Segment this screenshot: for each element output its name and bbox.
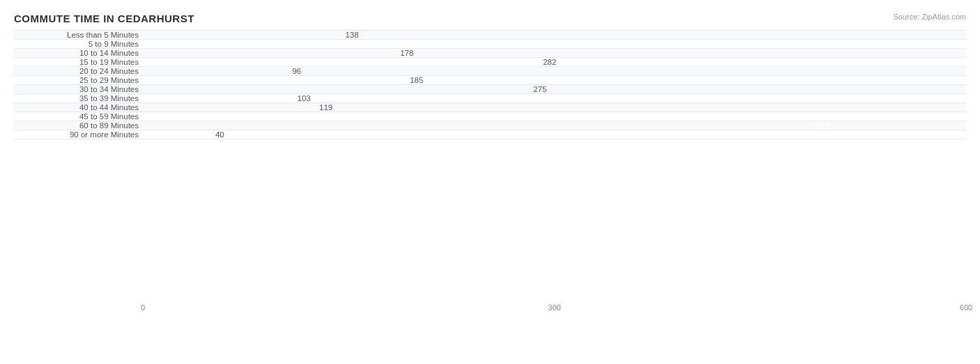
- bar-value: 282: [543, 58, 556, 66]
- bar-label: 25 to 29 Minutes: [14, 76, 143, 84]
- bar-row: Less than 5 Minutes138: [14, 30, 966, 39]
- bar-row: 35 to 39 Minutes103: [14, 93, 966, 103]
- x-tick-label: 300: [548, 303, 560, 312]
- bar-label: 20 to 24 Minutes: [14, 67, 143, 75]
- bar-value: 103: [298, 94, 311, 103]
- bar-value: 275: [533, 85, 546, 93]
- bar-row: 90 or more Minutes40: [14, 130, 966, 139]
- bar-row: 30 to 34 Minutes275: [14, 84, 966, 93]
- bars-section: Less than 5 Minutes1385 to 9 Minutes4071…: [14, 30, 966, 139]
- bar-label: 5 to 9 Minutes: [14, 40, 143, 48]
- bar-row: 25 to 29 Minutes185: [14, 75, 966, 84]
- bar-row: 40 to 44 Minutes119: [14, 103, 966, 112]
- bar-value: 138: [345, 31, 358, 39]
- bar-row: 15 to 19 Minutes282: [14, 57, 966, 66]
- bar-row: 5 to 9 Minutes407: [14, 39, 966, 48]
- bar-row: 20 to 24 Minutes96: [14, 66, 966, 75]
- bar-label: 30 to 34 Minutes: [14, 85, 143, 93]
- bar-label: Less than 5 Minutes: [14, 31, 143, 39]
- x-axis: 0300600: [143, 299, 966, 319]
- bar-value: 178: [400, 49, 413, 57]
- bar-value-inside: 420: [702, 112, 715, 121]
- bar-label: 40 to 44 Minutes: [14, 103, 143, 112]
- bar-value: 96: [292, 67, 301, 75]
- chart-title: COMMUTE TIME IN CEDARHURST: [14, 13, 966, 24]
- bar-value-inside: 503: [816, 121, 829, 130]
- bar-label: 45 to 59 Minutes: [14, 112, 143, 121]
- source-text: Source: ZipAtlas.com: [893, 13, 966, 21]
- bar-value-inside: 407: [684, 40, 697, 48]
- bar-label: 90 or more Minutes: [14, 130, 143, 139]
- bar-label: 60 to 89 Minutes: [14, 121, 143, 130]
- chart-area: Less than 5 Minutes1385 to 9 Minutes4071…: [14, 30, 966, 319]
- x-tick-label: 0: [141, 303, 145, 312]
- bar-label: 15 to 19 Minutes: [14, 58, 143, 66]
- bar-value: 185: [410, 76, 423, 84]
- bar-row: 60 to 89 Minutes503: [14, 121, 966, 130]
- bar-value: 119: [319, 103, 332, 112]
- x-tick-label: 600: [960, 303, 972, 312]
- bar-row: 45 to 59 Minutes420: [14, 112, 966, 121]
- bar-value: 40: [215, 130, 224, 139]
- bar-row: 10 to 14 Minutes178: [14, 48, 966, 57]
- bar-label: 35 to 39 Minutes: [14, 94, 143, 103]
- chart-container: COMMUTE TIME IN CEDARHURST Source: ZipAt…: [0, 0, 980, 364]
- bar-label: 10 to 14 Minutes: [14, 49, 143, 57]
